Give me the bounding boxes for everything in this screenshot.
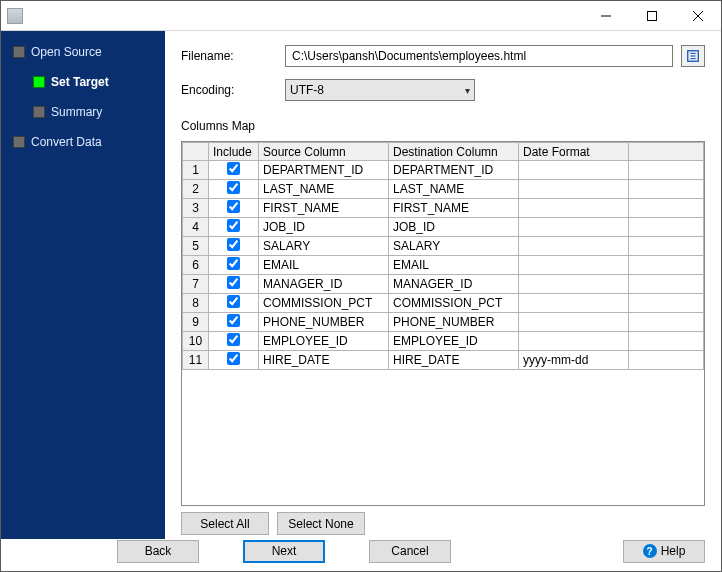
include-checkbox[interactable] (227, 238, 240, 251)
source-cell[interactable]: EMAIL (259, 256, 389, 275)
table-row[interactable]: 9PHONE_NUMBERPHONE_NUMBER (183, 313, 704, 332)
table-row[interactable]: 5SALARYSALARY (183, 237, 704, 256)
dest-cell[interactable]: JOB_ID (389, 218, 519, 237)
help-button[interactable]: ? Help (623, 540, 705, 563)
source-cell[interactable]: EMPLOYEE_ID (259, 332, 389, 351)
select-all-button[interactable]: Select All (181, 512, 269, 535)
step-summary[interactable]: Summary (29, 101, 165, 123)
header-fmt[interactable]: Date Format (519, 143, 629, 161)
table-row[interactable]: 4JOB_IDJOB_ID (183, 218, 704, 237)
include-checkbox[interactable] (227, 219, 240, 232)
step-open-source[interactable]: Open Source (9, 41, 165, 63)
header-source[interactable]: Source Column (259, 143, 389, 161)
back-button[interactable]: Back (117, 540, 199, 563)
include-checkbox[interactable] (227, 162, 240, 175)
dest-cell[interactable]: LAST_NAME (389, 180, 519, 199)
encoding-select[interactable]: UTF-8 ▾ (285, 79, 475, 101)
select-none-button[interactable]: Select None (277, 512, 365, 535)
table-row[interactable]: 10EMPLOYEE_IDEMPLOYEE_ID (183, 332, 704, 351)
maximize-button[interactable] (629, 1, 675, 30)
table-row[interactable]: 1DEPARTMENT_IDDEPARTMENT_ID (183, 161, 704, 180)
fmt-cell[interactable] (519, 294, 629, 313)
filler-cell (629, 313, 704, 332)
browse-button[interactable] (681, 45, 705, 67)
dest-cell[interactable]: MANAGER_ID (389, 275, 519, 294)
table-row[interactable]: 11HIRE_DATEHIRE_DATEyyyy-mm-dd (183, 351, 704, 370)
dest-cell[interactable]: DEPARTMENT_ID (389, 161, 519, 180)
include-checkbox[interactable] (227, 257, 240, 270)
source-cell[interactable]: DEPARTMENT_ID (259, 161, 389, 180)
fmt-cell[interactable] (519, 199, 629, 218)
include-cell[interactable] (209, 218, 259, 237)
row-number: 1 (183, 161, 209, 180)
include-checkbox[interactable] (227, 333, 240, 346)
row-number: 3 (183, 199, 209, 218)
dest-cell[interactable]: PHONE_NUMBER (389, 313, 519, 332)
header-include[interactable]: Include (209, 143, 259, 161)
source-cell[interactable]: COMMISSION_PCT (259, 294, 389, 313)
source-cell[interactable]: SALARY (259, 237, 389, 256)
fmt-cell[interactable] (519, 237, 629, 256)
include-checkbox[interactable] (227, 352, 240, 365)
dest-cell[interactable]: COMMISSION_PCT (389, 294, 519, 313)
fmt-cell[interactable] (519, 313, 629, 332)
dest-cell[interactable]: FIRST_NAME (389, 199, 519, 218)
include-cell[interactable] (209, 294, 259, 313)
source-cell[interactable]: PHONE_NUMBER (259, 313, 389, 332)
include-checkbox[interactable] (227, 276, 240, 289)
step-set-target[interactable]: Set Target (29, 71, 165, 93)
cancel-button[interactable]: Cancel (369, 540, 451, 563)
wizard-footer: Back Next Cancel ? Help (1, 539, 721, 571)
filename-input[interactable] (285, 45, 673, 67)
include-cell[interactable] (209, 351, 259, 370)
include-checkbox[interactable] (227, 181, 240, 194)
dest-cell[interactable]: EMAIL (389, 256, 519, 275)
fmt-cell[interactable] (519, 332, 629, 351)
source-cell[interactable]: HIRE_DATE (259, 351, 389, 370)
include-cell[interactable] (209, 199, 259, 218)
dest-cell[interactable]: EMPLOYEE_ID (389, 332, 519, 351)
source-cell[interactable]: JOB_ID (259, 218, 389, 237)
include-cell[interactable] (209, 161, 259, 180)
include-checkbox[interactable] (227, 295, 240, 308)
include-cell[interactable] (209, 275, 259, 294)
fmt-cell[interactable] (519, 256, 629, 275)
close-button[interactable] (675, 1, 721, 30)
header-dest[interactable]: Destination Column (389, 143, 519, 161)
table-row[interactable]: 2LAST_NAMELAST_NAME (183, 180, 704, 199)
dest-cell[interactable]: SALARY (389, 237, 519, 256)
columns-map-label: Columns Map (181, 119, 705, 133)
table-row[interactable]: 3FIRST_NAMEFIRST_NAME (183, 199, 704, 218)
row-number: 7 (183, 275, 209, 294)
fmt-cell[interactable]: yyyy-mm-dd (519, 351, 629, 370)
help-icon: ? (643, 544, 657, 558)
fmt-cell[interactable] (519, 218, 629, 237)
minimize-button[interactable] (583, 1, 629, 30)
source-cell[interactable]: MANAGER_ID (259, 275, 389, 294)
include-cell[interactable] (209, 180, 259, 199)
include-cell[interactable] (209, 313, 259, 332)
include-checkbox[interactable] (227, 314, 240, 327)
row-number: 9 (183, 313, 209, 332)
table-row[interactable]: 6EMAILEMAIL (183, 256, 704, 275)
step-marker-icon (13, 46, 25, 58)
include-cell[interactable] (209, 332, 259, 351)
fmt-cell[interactable] (519, 180, 629, 199)
filler-cell (629, 256, 704, 275)
step-label: Set Target (51, 75, 109, 89)
include-checkbox[interactable] (227, 200, 240, 213)
step-marker-icon (13, 136, 25, 148)
source-cell[interactable]: LAST_NAME (259, 180, 389, 199)
include-cell[interactable] (209, 237, 259, 256)
table-row[interactable]: 7MANAGER_IDMANAGER_ID (183, 275, 704, 294)
include-cell[interactable] (209, 256, 259, 275)
fmt-cell[interactable] (519, 275, 629, 294)
fmt-cell[interactable] (519, 161, 629, 180)
table-row[interactable]: 8COMMISSION_PCTCOMMISSION_PCT (183, 294, 704, 313)
step-convert-data[interactable]: Convert Data (9, 131, 165, 153)
columns-grid[interactable]: Include Source Column Destination Column… (181, 141, 705, 506)
row-number: 5 (183, 237, 209, 256)
source-cell[interactable]: FIRST_NAME (259, 199, 389, 218)
next-button[interactable]: Next (243, 540, 325, 563)
dest-cell[interactable]: HIRE_DATE (389, 351, 519, 370)
